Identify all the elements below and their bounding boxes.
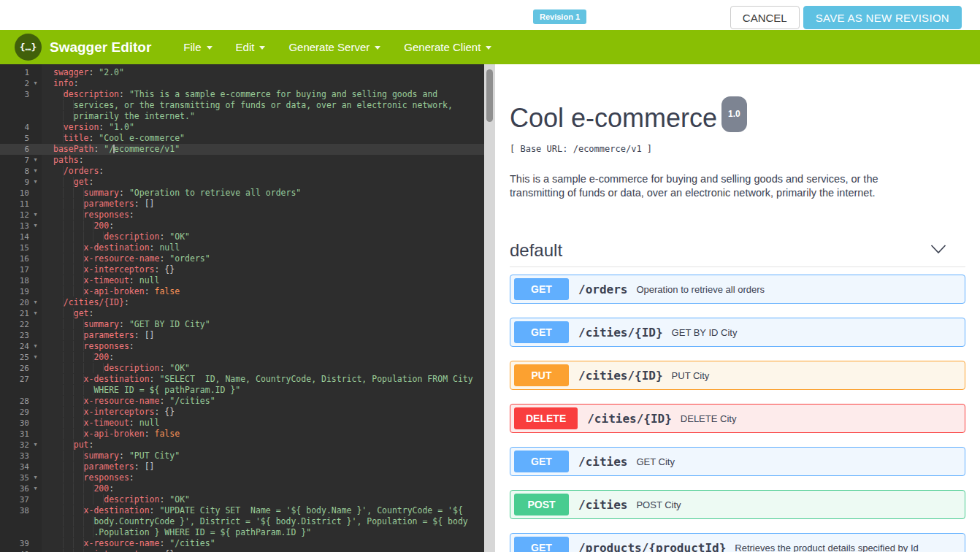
line-number: 3: [0, 89, 29, 100]
menu-item-generate-client[interactable]: Generate Client: [404, 41, 491, 53]
code-line: services, or the transmitting of funds o…: [0, 100, 484, 111]
code-line-text: parameters: []: [42, 199, 484, 210]
fold-spacer: [29, 418, 42, 429]
code-line: 28 x-resource-name: "/cities": [0, 396, 484, 407]
topbar: Revision 1 CANCEL SAVE AS NEW REVISION: [0, 0, 980, 30]
fold-toggle-icon[interactable]: ▼: [29, 155, 42, 166]
menu-item-edit[interactable]: Edit: [236, 41, 266, 53]
fold-spacer: [29, 429, 42, 440]
chevron-down-icon: [375, 46, 380, 50]
operation-summary: PUT City: [672, 370, 710, 381]
editor-scrollbar-thumb[interactable]: [486, 69, 493, 122]
code-line: 31 x-api-broken: false: [0, 429, 484, 440]
fold-toggle-icon[interactable]: ▼: [29, 177, 42, 188]
operation-path: /products/{productId}: [578, 541, 726, 552]
line-number: 17: [0, 264, 29, 275]
method-badge: DELETE: [514, 407, 578, 429]
fold-toggle-icon[interactable]: ▼: [29, 341, 42, 352]
fold-spacer: [29, 253, 42, 264]
operation-row[interactable]: GET/cities/{ID}GET BY ID City: [510, 318, 965, 347]
code-line: 5 title: "Cool e-commerce": [0, 133, 484, 144]
operation-row[interactable]: GET/products/{productId}Retrieves the pr…: [510, 533, 965, 552]
line-number-cell: 8▼: [0, 166, 42, 177]
code-line-text: description: "This is a sample e-commerc…: [42, 89, 484, 100]
cancel-button[interactable]: CANCEL: [730, 6, 800, 29]
line-number: 27: [0, 374, 29, 385]
code-line-text: version: "1.0": [42, 122, 484, 133]
fold-toggle-icon[interactable]: ▼: [29, 221, 42, 231]
code-line-text: summary: "GET BY ID City": [42, 319, 484, 330]
chevron-down-icon[interactable]: [930, 244, 946, 257]
line-number: 11: [0, 199, 29, 210]
fold-toggle-icon[interactable]: ▼: [29, 308, 42, 319]
fold-toggle-icon[interactable]: ▼: [29, 440, 42, 451]
fold-toggle-icon[interactable]: ▼: [29, 78, 42, 89]
fold-spacer: [29, 144, 42, 155]
code-line-text: description: "OK": [42, 494, 484, 505]
code-line-text: x-resource-name: "/cities": [42, 396, 484, 407]
line-number: 39: [0, 538, 29, 549]
method-badge: GET: [514, 451, 569, 472]
code-line-text: basePath: "/ecommerce/v1": [42, 144, 484, 155]
line-number: 32: [0, 440, 29, 451]
line-number: 33: [0, 451, 29, 461]
fold-toggle-icon[interactable]: ▼: [29, 297, 42, 308]
line-number: 14: [0, 231, 29, 242]
line-number-cell: 10: [0, 188, 42, 199]
fold-toggle-icon[interactable]: ▼: [29, 483, 42, 494]
line-number-cell: 31: [0, 429, 42, 440]
menu-item-generate-server[interactable]: Generate Server: [288, 41, 380, 53]
line-number-cell: 12▼: [0, 210, 42, 221]
fold-toggle-icon[interactable]: ▼: [29, 166, 42, 177]
code-line: 24▼ responses:: [0, 341, 484, 352]
fold-toggle-icon[interactable]: ▼: [29, 352, 42, 363]
line-number: 25: [0, 352, 29, 363]
line-number: [0, 100, 29, 111]
code-line: 39 x-resource-name: "/cities": [0, 538, 484, 549]
line-number-cell: 16: [0, 253, 42, 264]
api-preview-pane: Cool e-commerce1.0 [ Base URL: /ecommerc…: [495, 64, 980, 552]
code-line-text: x-destination: "UPDATE City SET Name = '…: [42, 505, 484, 516]
operation-row[interactable]: GET/ordersOperation to retrieve all orde…: [510, 275, 965, 304]
operation-row[interactable]: PUT/cities/{ID}PUT City: [510, 361, 965, 390]
fold-spacer: [29, 396, 42, 407]
code-line-text: primarily the internet.": [42, 111, 484, 122]
fold-spacer: [29, 363, 42, 374]
version-badge: 1.0: [721, 96, 747, 132]
code-line-text: .Population } WHERE ID = ${ pathParam.ID…: [42, 527, 484, 538]
fold-spacer: [29, 549, 42, 552]
code-line: 33 summary: "PUT City": [0, 451, 484, 461]
menu-item-label: Generate Client: [404, 41, 481, 53]
line-number-cell: 24▼: [0, 341, 42, 352]
operation-summary: POST City: [636, 499, 681, 510]
operation-row[interactable]: DELETE/cities/{ID}DELETE City: [510, 404, 965, 433]
code-line: 40 x-interceptors: {}: [0, 549, 484, 552]
operation-row[interactable]: POST/citiesPOST City: [510, 490, 965, 519]
line-number-cell: 25▼: [0, 352, 42, 363]
save-as-new-revision-button[interactable]: SAVE AS NEW REVISION: [803, 6, 962, 29]
line-number: 1: [0, 67, 29, 78]
section-header-default[interactable]: default: [510, 240, 965, 267]
fold-spacer: [29, 451, 42, 461]
fold-toggle-icon[interactable]: ▼: [29, 210, 42, 221]
chevron-down-icon: [486, 46, 491, 50]
code-line: 6basePath: "/ecommerce/v1": [0, 144, 484, 155]
editor-scrollbar[interactable]: [484, 64, 495, 552]
code-line-text: summary: "PUT City": [42, 451, 484, 461]
line-number: 20: [0, 297, 29, 308]
menu-item-label: File: [183, 41, 201, 53]
line-number-cell: 14: [0, 231, 42, 242]
code-line: 3 description: "This is a sample e-comme…: [0, 89, 484, 100]
line-number: [0, 527, 29, 538]
fold-toggle-icon[interactable]: ▼: [29, 472, 42, 483]
line-number: 19: [0, 286, 29, 297]
line-number: [0, 111, 29, 122]
code-line-text: paths:: [42, 155, 484, 166]
code-line: .Population } WHERE ID = ${ pathParam.ID…: [0, 527, 484, 538]
operation-summary: Operation to retrieve all orders: [636, 284, 765, 295]
code-editor[interactable]: 1swagger: "2.0"2▼info:3 description: "Th…: [0, 64, 495, 552]
line-number-cell: 36▼: [0, 483, 42, 494]
line-number-cell: 3: [0, 89, 42, 100]
menu-item-file[interactable]: File: [183, 41, 212, 53]
operation-row[interactable]: GET/citiesGET City: [510, 447, 965, 476]
